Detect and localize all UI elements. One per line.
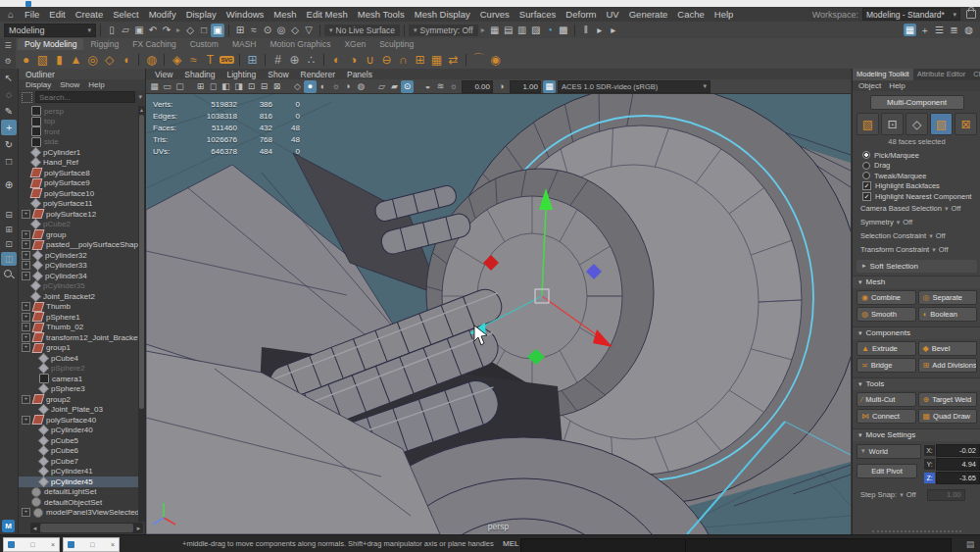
- multi-cut-button[interactable]: ∕Multi-Cut: [857, 392, 916, 407]
- select-camera-icon[interactable]: ▦: [148, 80, 161, 93]
- occlusion-icon[interactable]: ◍: [355, 80, 368, 93]
- remesh-icon[interactable]: ⊞: [412, 51, 428, 68]
- connect-button[interactable]: ⋈Connect: [857, 409, 916, 424]
- expand-icon[interactable]: +: [22, 272, 30, 280]
- platonic-solid-icon[interactable]: ◍: [143, 51, 160, 68]
- hypershade-icon[interactable]: ▨: [529, 24, 543, 37]
- modeling-toolkit-toggle-icon[interactable]: ▦: [904, 24, 916, 36]
- target-weld-button[interactable]: ⊕Target Weld: [918, 392, 978, 407]
- film-gate-icon[interactable]: ◻: [207, 80, 220, 93]
- pause-icon[interactable]: ‖: [579, 24, 593, 37]
- outliner-horizontal-scrollbar[interactable]: ◄ ►: [30, 523, 143, 533]
- outliner-vertical-scrollbar[interactable]: ▲: [138, 106, 145, 522]
- outliner-item-transform12_Joint_Bracket2[interactable]: +transform12_Joint_Bracket2: [19, 332, 138, 343]
- toolkit-menu-help[interactable]: Help: [889, 81, 905, 90]
- render-view-icon[interactable]: ▦: [488, 24, 502, 37]
- multi-component-icon[interactable]: ▧: [857, 113, 879, 135]
- expand-icon[interactable]: +: [22, 251, 30, 260]
- viewport-menu-panels[interactable]: Panels: [342, 70, 377, 79]
- scroll-left-icon[interactable]: ◄: [30, 526, 39, 531]
- face-mode-icon[interactable]: ▧: [930, 113, 953, 135]
- os-window-fragment[interactable]: □ ×: [63, 537, 120, 552]
- outliner-item-Thumb_02[interactable]: +Thumb_02: [19, 323, 138, 333]
- outliner-item-pSphere2[interactable]: pSphere2: [19, 364, 138, 375]
- expand-icon[interactable]: +: [22, 416, 30, 425]
- open-scene-icon[interactable]: ▱: [119, 24, 132, 37]
- shelf-tab-custom[interactable]: Custom: [183, 38, 225, 50]
- bend-deformer-icon[interactable]: ⌒: [470, 51, 487, 68]
- outliner-item-polySurface9[interactable]: polySurface9: [19, 178, 138, 189]
- exposure-field[interactable]: 0.00: [462, 80, 493, 93]
- menu-modify[interactable]: Modify: [144, 9, 181, 20]
- shelf-menu-icon[interactable]: ☰: [4, 41, 11, 50]
- group-collapse-arrow[interactable]: ▸: [176, 25, 180, 34]
- layout-four-pane[interactable]: ⊞: [1, 223, 17, 236]
- shelf-tab-mash[interactable]: MASH: [225, 38, 264, 50]
- shelf-tab-rigging[interactable]: Rigging: [83, 38, 125, 50]
- isolate-select-icon[interactable]: ⊙: [401, 80, 414, 93]
- expand-icon[interactable]: +: [22, 343, 30, 352]
- boolean-intersect-icon[interactable]: ∩: [395, 51, 412, 68]
- bookmark-icon[interactable]: ▭: [161, 80, 173, 93]
- viewport-menu-view[interactable]: View: [150, 70, 177, 79]
- perspective-viewport[interactable]: ViewShadingLightingShowRendererPanels ▦▭…: [146, 69, 851, 534]
- command-feedback-field[interactable]: [685, 538, 952, 552]
- scale-tool[interactable]: □: [1, 153, 17, 169]
- snap-point-icon[interactable]: ⊙: [261, 24, 274, 37]
- scrollbar-thumb[interactable]: [139, 115, 144, 409]
- workspace-lock-icon[interactable]: [966, 10, 976, 19]
- poly-disc-icon[interactable]: ◖: [118, 51, 134, 68]
- outliner-menu-show[interactable]: Show: [60, 80, 79, 89]
- outliner-item-polySurface10[interactable]: polySurface10: [19, 188, 138, 199]
- chevron-down-icon[interactable]: ▾: [138, 93, 142, 101]
- snap-viewplane-icon[interactable]: ◇: [288, 24, 302, 37]
- layout-persp-outliner[interactable]: ◫: [1, 252, 17, 266]
- expand-icon[interactable]: +: [22, 240, 30, 249]
- plugin-shading-icon[interactable]: ◒: [421, 80, 434, 93]
- grid-toggle-icon[interactable]: ⊞: [194, 80, 207, 93]
- step-forward-icon[interactable]: ▸: [607, 24, 620, 37]
- menu-mesh-display[interactable]: Mesh Display: [410, 9, 475, 20]
- outliner-item-group2[interactable]: +group2: [19, 394, 138, 405]
- outliner-item-group[interactable]: +group: [19, 229, 138, 240]
- shelf-tab-xgen[interactable]: XGen: [337, 38, 372, 50]
- dropdown-transform-constraint[interactable]: Transform Constraint▾Off: [853, 243, 980, 257]
- filter-icon[interactable]: [22, 92, 32, 103]
- section-header-components[interactable]: ▾Components: [853, 326, 980, 339]
- y-value-field[interactable]: 4.94: [936, 458, 980, 471]
- outliner-item-side[interactable]: side: [19, 137, 138, 148]
- close-icon[interactable]: ×: [111, 541, 115, 548]
- colorspace-dropdown[interactable]: ACES 1.0 SDR-video (sRGB) ▾: [558, 80, 710, 93]
- symmetry-field[interactable]: ▾ Symmetry: Off: [409, 25, 478, 36]
- lasso-tool[interactable]: ◌: [1, 86, 17, 102]
- mirror-icon[interactable]: ⇄: [445, 51, 462, 68]
- outliner-menu-help[interactable]: Help: [88, 80, 104, 89]
- outliner-item-pSphere3[interactable]: pSphere3: [19, 384, 138, 395]
- shelf-tab-fx-caching[interactable]: FX Caching: [125, 38, 182, 50]
- xray-joints-icon[interactable]: ▰: [388, 80, 401, 93]
- outliner-item-pCube4[interactable]: pCube4: [19, 353, 138, 364]
- make-live-icon[interactable]: ▽: [302, 24, 316, 37]
- outliner-item-pCube6[interactable]: pCube6: [19, 446, 138, 457]
- sweep-mesh-icon[interactable]: ◈: [169, 51, 185, 68]
- section-header-tools[interactable]: ▾Tools: [853, 377, 980, 390]
- boolean-difference-icon[interactable]: ⊖: [378, 51, 395, 68]
- menu-generate[interactable]: Generate: [624, 9, 673, 20]
- dropdown-camera-based-selection[interactable]: Camera Based Selection▾Off: [853, 202, 980, 216]
- scrollbar-thumb[interactable]: [40, 524, 133, 532]
- outliner-item-Joint_Plate_03[interactable]: Joint_Plate_03: [19, 405, 138, 416]
- wireframe-icon[interactable]: ◇: [291, 80, 304, 93]
- snap-center-icon[interactable]: ◎: [274, 24, 288, 37]
- expand-icon[interactable]: +: [22, 333, 30, 342]
- snap-curve-icon[interactable]: ≈: [247, 24, 261, 37]
- type-tool-icon[interactable]: T: [202, 51, 219, 68]
- close-icon[interactable]: ×: [51, 541, 55, 548]
- rotate-tool[interactable]: ↻: [1, 136, 17, 152]
- select-tool[interactable]: ↖: [1, 70, 17, 85]
- radio-pick-marquee[interactable]: Pick/Marquee: [853, 150, 980, 161]
- tab-modeling-toolkit[interactable]: Modeling Toolkit: [853, 69, 913, 80]
- step-snap-size-field[interactable]: 1.00: [927, 489, 965, 501]
- light-editor-icon[interactable]: ◔: [543, 24, 557, 37]
- menu-file[interactable]: File: [20, 9, 44, 20]
- outliner-search-input[interactable]: [35, 91, 135, 103]
